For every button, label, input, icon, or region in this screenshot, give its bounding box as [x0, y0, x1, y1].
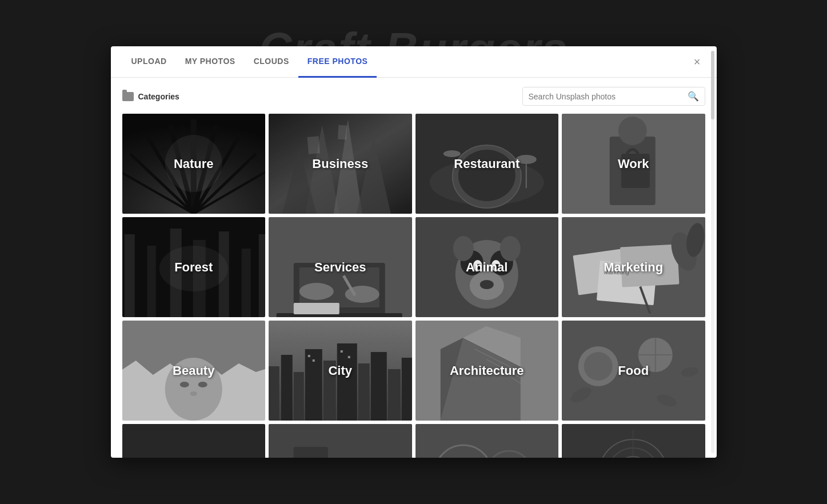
categories-header: Categories 🔍 [122, 87, 705, 106]
folder-icon [122, 92, 134, 101]
category-restaurant-label: Restaurant [416, 114, 559, 214]
category-forest-label: Forest [122, 217, 266, 317]
tab-my-photos[interactable]: MY PHOTOS [176, 46, 245, 78]
modal-body: Categories 🔍 [111, 78, 717, 458]
category-city[interactable]: City [269, 321, 412, 421]
search-box[interactable]: 🔍 [522, 87, 705, 106]
scrollbar-track[interactable] [711, 51, 714, 453]
category-beauty-label: Beauty [122, 321, 266, 421]
tab-free-photos[interactable]: FREE PHOTOS [298, 46, 377, 78]
scrollbar-thumb[interactable] [711, 51, 714, 119]
tab-upload[interactable]: UPLOAD [122, 46, 176, 78]
category-nature[interactable]: Nature [122, 114, 266, 214]
category-beauty[interactable]: Beauty [122, 321, 266, 421]
category-business-label: Business [269, 114, 412, 214]
category-animal-label: Animal [416, 217, 559, 317]
category-business[interactable]: Business [269, 114, 412, 214]
tab-clouds[interactable]: CLOUDS [245, 46, 298, 78]
modal-header: UPLOAD MY PHOTOS CLOUDS FREE PHOTOS × [111, 46, 717, 78]
categories-grid: Nature [122, 114, 705, 458]
close-button[interactable]: × [689, 53, 705, 71]
category-row4-4-label [562, 424, 705, 458]
category-services[interactable]: Services [269, 217, 412, 317]
category-work[interactable]: Work [562, 114, 705, 214]
search-icon: 🔍 [688, 91, 699, 102]
category-city-label: City [269, 321, 412, 421]
categories-label-group: Categories [122, 92, 179, 101]
category-services-label: Services [269, 217, 412, 317]
category-marketing[interactable]: Marketing Marketing [562, 217, 705, 317]
category-animal[interactable]: Animal [416, 217, 559, 317]
category-row4-1-label [122, 424, 266, 458]
photo-picker-modal: UPLOAD MY PHOTOS CLOUDS FREE PHOTOS × Ca… [111, 46, 717, 458]
category-architecture[interactable]: Architecture [416, 321, 559, 421]
search-input[interactable] [529, 92, 688, 101]
category-row4-2-label [269, 424, 412, 458]
category-row4-2[interactable] [269, 424, 412, 458]
category-row4-3[interactable] [416, 424, 559, 458]
category-marketing-label: Marketing [562, 217, 705, 317]
category-food[interactable]: Food [562, 321, 705, 421]
category-row4-1[interactable] [122, 424, 266, 458]
category-work-label: Work [562, 114, 705, 214]
category-food-label: Food [562, 321, 705, 421]
category-forest[interactable]: Forest [122, 217, 266, 317]
category-row4-3-label [416, 424, 559, 458]
category-restaurant[interactable]: Restaurant [416, 114, 559, 214]
categories-text: Categories [138, 92, 179, 101]
category-row4-4[interactable] [562, 424, 705, 458]
category-nature-label: Nature [122, 114, 266, 214]
category-architecture-label: Architecture [416, 321, 559, 421]
